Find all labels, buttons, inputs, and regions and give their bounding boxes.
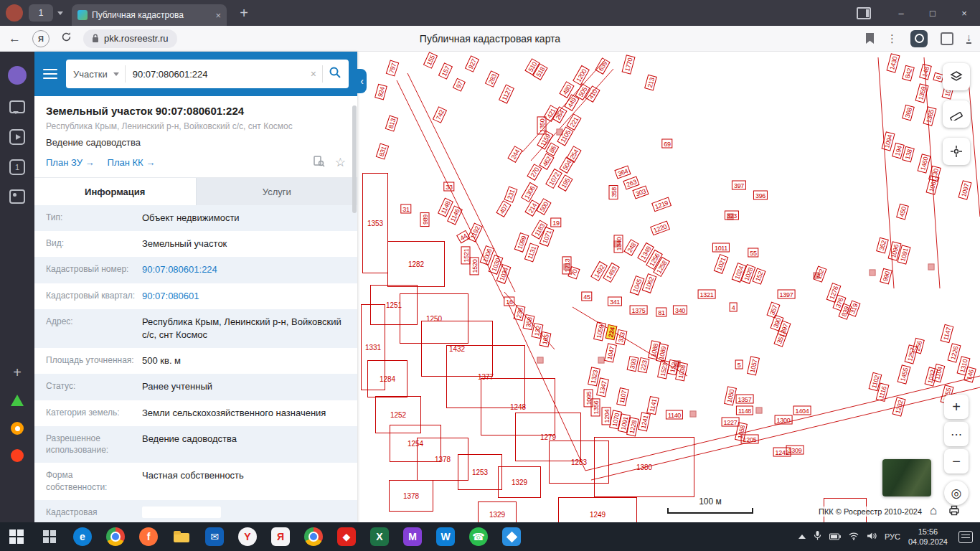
map-parcel[interactable]: 5 (735, 360, 743, 369)
tab-counter-icon[interactable]: 1 (9, 159, 25, 175)
map-parcel[interactable]: 1127 (499, 84, 514, 103)
map-parcel[interactable]: 1357 (736, 395, 754, 404)
map-parcel[interactable]: 333 (616, 329, 628, 345)
map-parcel[interactable]: 148 (919, 64, 932, 80)
window-close-button[interactable]: × (948, 0, 980, 26)
map-parcel[interactable]: 990 (880, 268, 892, 285)
map-parcel[interactable]: 1430 (887, 53, 900, 72)
map-parcel[interactable]: 1375 (630, 306, 648, 315)
map-parcel[interactable]: 742 (433, 106, 447, 123)
map-parcel[interactable]: 813 (385, 115, 399, 131)
map-parcel[interactable]: 1359 (915, 83, 929, 103)
tab-information[interactable]: Информация (34, 178, 196, 205)
map-field-parcel[interactable]: 1253 (458, 454, 502, 490)
map-parcel[interactable]: 19 (550, 218, 561, 227)
map-parcel[interactable]: 1241 (638, 413, 651, 432)
search-icon[interactable] (329, 66, 341, 82)
map-parcel[interactable]: 842 (902, 65, 915, 82)
map-parcel[interactable]: 138 (902, 146, 915, 163)
layers-button[interactable] (943, 63, 970, 90)
map-parcel[interactable]: 1050 (724, 387, 737, 406)
map-parcel[interactable]: 1011 (712, 243, 730, 253)
clock[interactable]: 15:56 04.09.2024 (908, 527, 948, 547)
map-parcel[interactable]: 1232 (892, 397, 906, 416)
yandex-button[interactable]: Я (32, 30, 50, 47)
map-parcel[interactable]: 1200 (573, 65, 590, 85)
map-field-parcel[interactable]: 1380 (594, 437, 694, 497)
doc-search-icon[interactable] (314, 156, 325, 170)
screenshot-icon[interactable] (910, 30, 928, 47)
clear-search-icon[interactable]: × (311, 68, 316, 80)
map-parcel[interactable]: 1340 (614, 235, 623, 253)
map-parcel[interactable]: 1350 (537, 117, 547, 135)
start-icon[interactable] (0, 522, 33, 551)
map-field-parcel[interactable]: 1329 (498, 466, 541, 498)
map-field-parcel[interactable]: 1378 (389, 480, 433, 512)
map-parcel[interactable]: 450 (896, 204, 909, 220)
map-parcel[interactable]: 1321 (698, 290, 716, 299)
map-parcel[interactable]: 500 (536, 198, 551, 215)
map-parcel[interactable]: 1045 (630, 276, 645, 296)
yandex-service-orange-icon[interactable] (11, 422, 24, 435)
map-parcel[interactable]: 1309 (786, 446, 804, 455)
map-parcel[interactable]: 831 (376, 143, 390, 159)
map-parcel[interactable]: 1047 (604, 344, 617, 363)
add-icon[interactable]: + (13, 364, 22, 381)
map-parcel[interactable]: 1227 (722, 418, 740, 427)
map-parcel[interactable]: 1220 (650, 221, 670, 236)
plan-kk-link[interactable]: План КК → (108, 157, 156, 168)
map-parcel[interactable]: 396 (753, 191, 768, 200)
chevron-down-icon[interactable] (57, 11, 63, 15)
map-parcel[interactable]: 16 (504, 297, 514, 306)
map-parcel[interactable]: 1062 (642, 273, 657, 293)
yandex-icon[interactable]: Я (264, 522, 297, 551)
map-parcel[interactable]: 165 (540, 331, 552, 347)
map-parcel[interactable]: 1021 (714, 254, 729, 274)
mail-icon[interactable]: ✉ (198, 522, 231, 551)
tab-close-icon[interactable]: × (215, 10, 221, 21)
yandex-service-red-icon[interactable] (11, 449, 24, 462)
task-view-icon[interactable] (33, 522, 66, 551)
map-parcel[interactable]: 81 (656, 308, 666, 317)
map-parcel[interactable]: 1770 (622, 55, 636, 74)
edge-icon[interactable]: e (66, 522, 99, 551)
map-field-parcel[interactable]: 1284 (367, 360, 407, 397)
mic-icon[interactable] (814, 530, 821, 543)
map-parcel[interactable]: 1097 (958, 180, 972, 199)
map-parcel[interactable]: 256 (912, 338, 925, 354)
map-field-parcel[interactable]: 1329 (478, 501, 517, 522)
map-parcel[interactable]: 1347 (596, 378, 609, 397)
bookmark-icon[interactable] (866, 33, 874, 44)
map-parcel[interactable]: 1460 (918, 154, 931, 173)
map-parcel[interactable]: 1140 (666, 410, 683, 420)
map-parcel[interactable]: 1226 (948, 343, 961, 362)
language-indicator[interactable]: РУС (885, 532, 900, 541)
home-icon[interactable]: ⌂ (930, 504, 937, 518)
search-category-dropdown[interactable]: Участки (73, 69, 108, 80)
map-parcel[interactable]: 31 (400, 204, 411, 214)
map-parcel[interactable]: 351 (773, 330, 787, 347)
zoom-more-button[interactable]: ⋯ (944, 422, 969, 446)
map-parcel[interactable]: 45 (581, 292, 592, 301)
chrome-icon[interactable] (99, 522, 132, 551)
explorer-icon[interactable] (165, 522, 198, 551)
user-avatar[interactable] (8, 66, 27, 85)
yandex-browser-icon[interactable]: Y (231, 522, 264, 551)
favorite-star-icon[interactable]: ☆ (335, 155, 346, 170)
firefox-icon[interactable]: f (132, 522, 165, 551)
chat-icon[interactable] (9, 100, 25, 113)
music-icon[interactable]: M (396, 522, 429, 551)
map-parcel[interactable]: 364 (614, 165, 631, 179)
tab-services[interactable]: Услуги (196, 178, 358, 205)
yandex-service-green-icon[interactable] (11, 395, 24, 406)
map-field-parcel[interactable]: 1282 (387, 241, 445, 287)
map-parcel[interactable]: 248 (623, 239, 639, 256)
map-parcel[interactable]: 1059 (593, 322, 606, 342)
cadastral-map[interactable]: 1353128212511331125014321284137712521248… (357, 52, 980, 522)
map-parcel[interactable]: 1205 (741, 435, 759, 444)
map-parcel[interactable]: 1397 (778, 290, 796, 299)
side-panel-icon[interactable] (857, 7, 871, 19)
excel-icon[interactable]: X (363, 522, 396, 551)
print-icon[interactable] (948, 505, 960, 519)
map-parcel[interactable]: 152 (813, 265, 826, 282)
